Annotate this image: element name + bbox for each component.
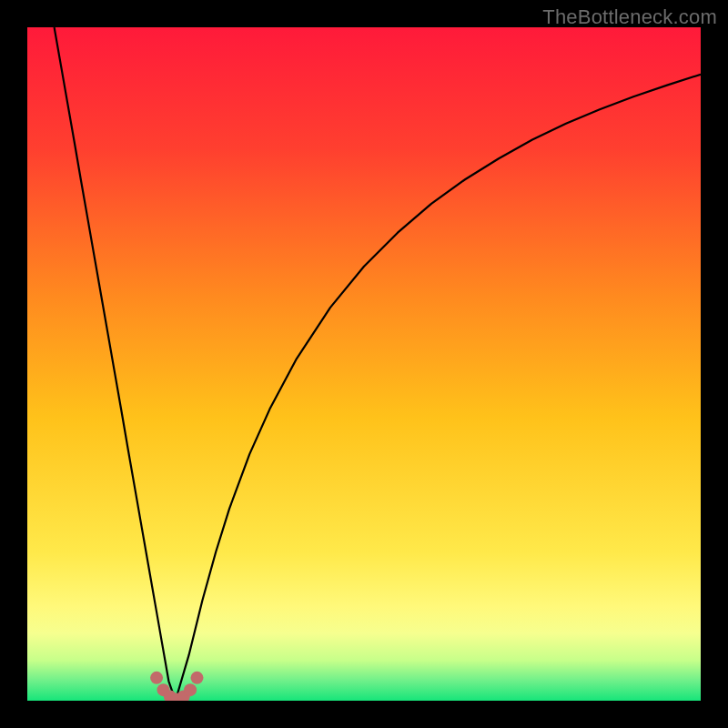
watermark-text: TheBottleneck.com bbox=[542, 5, 717, 29]
chart-svg bbox=[27, 27, 701, 701]
gradient-background bbox=[27, 27, 701, 701]
dip-marker bbox=[184, 683, 197, 696]
dip-marker bbox=[150, 672, 163, 684]
chart-frame: TheBottleneck.com bbox=[0, 0, 728, 728]
plot-area bbox=[27, 27, 701, 701]
dip-marker bbox=[190, 672, 203, 684]
